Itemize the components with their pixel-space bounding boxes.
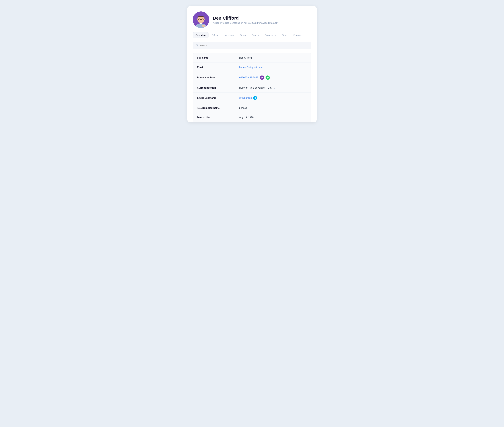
skype-icon[interactable]: S — [253, 96, 257, 100]
field-label-email: Email — [197, 66, 239, 69]
skype-username: @@bensss — [239, 97, 252, 99]
field-value-phone: +99066-452-3845 — [239, 76, 270, 80]
whatsapp-icon[interactable] — [266, 76, 270, 80]
field-value-position: Ruby on Rails developer - Got... — [239, 86, 275, 89]
profile-subtitle: Added by Eloise Constaine on Apr 28, 202… — [213, 22, 278, 24]
table-row: Phone numbers +99066-452-3845 — [193, 72, 311, 83]
field-label-telegram: Telegram username — [197, 107, 239, 109]
tab-tasks[interactable]: Tasks — [237, 32, 249, 38]
field-value-telegram: bensss — [239, 107, 247, 109]
field-label-phone: Phone numbers — [197, 76, 239, 79]
field-value-email[interactable]: bennov1t@gmail.com — [239, 66, 263, 69]
table-row: Telegram username bensss — [193, 103, 311, 113]
field-label-fullname: Full name — [197, 56, 239, 59]
table-row: Skype username @@bensss S — [193, 93, 311, 103]
search-input[interactable] — [200, 44, 308, 47]
avatar — [193, 11, 209, 28]
tabs-nav: Overview Offers Interviews Tasks Emails … — [193, 32, 311, 38]
tab-offers[interactable]: Offers — [209, 32, 221, 38]
table-row: Date of birth Aug 13, 1999 — [193, 113, 311, 122]
svg-point-6 — [202, 25, 205, 27]
tab-tests[interactable]: Tests — [279, 32, 290, 38]
field-label-position: Current position — [197, 86, 239, 89]
tab-scorecards[interactable]: Scorecards — [262, 32, 279, 38]
field-value-fullname: Ben Clifford — [239, 56, 252, 59]
search-bar — [193, 42, 311, 49]
viber-icon[interactable] — [260, 76, 264, 80]
field-label-skype: Skype username — [197, 97, 239, 99]
tab-overview[interactable]: Overview — [193, 32, 208, 38]
svg-line-8 — [197, 46, 198, 46]
field-value-skype: @@bensss S — [239, 96, 257, 100]
info-table: Full name Ben Clifford Email bennov1t@gm… — [193, 53, 311, 122]
candidate-card: Ben Clifford Added by Eloise Constaine o… — [187, 6, 317, 122]
table-row: Email bennov1t@gmail.com — [193, 63, 311, 72]
tab-emails[interactable]: Emails — [249, 32, 261, 38]
profile-name: Ben Clifford — [213, 15, 278, 21]
table-row: Full name Ben Clifford — [193, 53, 311, 63]
tab-documents[interactable]: Docume... — [291, 32, 306, 38]
phone-number: +99066-452-3845 — [239, 76, 258, 79]
field-value-dob: Aug 13, 1999 — [239, 116, 253, 119]
table-row: Current position Ruby on Rails developer… — [193, 83, 311, 93]
profile-info: Ben Clifford Added by Eloise Constaine o… — [213, 15, 278, 24]
tab-interviews[interactable]: Interviews — [221, 32, 237, 38]
search-icon — [196, 44, 198, 47]
profile-header: Ben Clifford Added by Eloise Constaine o… — [193, 11, 311, 28]
field-label-dob: Date of birth — [197, 116, 239, 119]
